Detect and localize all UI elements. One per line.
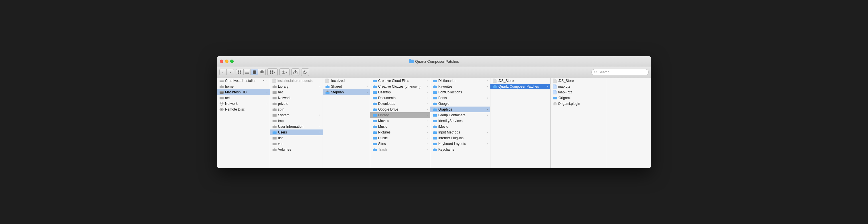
list-item[interactable]: Shared ›: [323, 84, 370, 89]
list-item[interactable]: Remote Disc: [217, 107, 270, 112]
list-item[interactable]: .DS_Store: [551, 78, 606, 84]
tag-button[interactable]: [301, 68, 309, 76]
list-item[interactable]: private: [270, 101, 323, 107]
list-item[interactable]: Input Methods ›: [430, 130, 490, 135]
list-item[interactable]: Creative...d Installer ›: [217, 78, 270, 84]
qtz-file-icon: [553, 90, 557, 94]
forward-button[interactable]: ›: [227, 69, 234, 75]
list-item[interactable]: Volumes: [270, 147, 323, 152]
list-item[interactable]: FontCollections: [430, 89, 490, 95]
list-item[interactable]: Creative Clo...es (unknown) ›: [370, 84, 430, 89]
folder-icon: [219, 96, 224, 100]
list-item[interactable]: net: [217, 95, 270, 101]
list-item[interactable]: IdentityServices: [430, 118, 490, 124]
maximize-button[interactable]: [230, 60, 234, 63]
folder-icon: [272, 136, 277, 140]
list-item[interactable]: Keychains: [430, 147, 490, 152]
column-1-items: installer.failurerequests Library › net …: [270, 78, 323, 168]
view-buttons: [236, 69, 266, 75]
list-item[interactable]: Library ›: [270, 84, 323, 89]
view-cover-button[interactable]: [258, 69, 266, 75]
list-item[interactable]: Downloads ›: [370, 101, 430, 107]
list-item[interactable]: installer.failurerequests: [270, 78, 323, 84]
view-list-button[interactable]: [243, 69, 251, 75]
list-item[interactable]: User Information ›: [270, 124, 323, 130]
folder-blue-icon: [433, 119, 437, 122]
svg-rect-15: [270, 73, 271, 74]
eject-icon: [262, 80, 265, 82]
close-button[interactable]: [220, 60, 223, 63]
back-button[interactable]: ‹: [219, 69, 227, 75]
folder-icon: [272, 113, 277, 117]
svg-line-23: [596, 73, 597, 74]
folder-blue-icon: [433, 136, 437, 140]
list-item[interactable]: Group Containers ›: [430, 112, 490, 118]
list-item[interactable]: Network: [270, 95, 323, 101]
list-item[interactable]: Sites ›: [370, 141, 430, 147]
folder-icon: [272, 142, 277, 145]
list-item[interactable]: Origami: [551, 95, 606, 101]
column-0-items: Creative...d Installer › home Macintosh …: [217, 78, 270, 168]
list-item[interactable]: Public ›: [370, 135, 430, 141]
folder-icon: [325, 84, 330, 88]
folder-blue-icon: [433, 147, 437, 151]
svg-point-21: [304, 71, 305, 72]
list-item[interactable]: Creative Cloud Files ›: [370, 78, 430, 84]
list-item[interactable]: net: [270, 89, 323, 95]
list-item[interactable]: Dictionaries ›: [430, 78, 490, 84]
list-item[interactable]: usr: [270, 135, 323, 141]
folder-blue-icon: [433, 142, 437, 145]
list-item[interactable]: sbin: [270, 107, 323, 112]
list-item[interactable]: Google Drive ›: [370, 107, 430, 112]
list-item[interactable]: iMovie: [430, 124, 490, 130]
list-item[interactable]: Macintosh HD ›: [217, 89, 270, 95]
minimize-button[interactable]: [225, 60, 228, 63]
list-item[interactable]: Library ›: [370, 112, 430, 118]
list-item[interactable]: .DS_Store: [490, 78, 550, 84]
list-item[interactable]: home: [217, 84, 270, 89]
list-item[interactable]: System ›: [270, 112, 323, 118]
list-item[interactable]: Users ›: [270, 130, 323, 135]
list-item[interactable]: Origami.plugin: [551, 101, 606, 107]
list-item[interactable]: Favorites ›: [430, 84, 490, 89]
folder-blue-icon: [372, 113, 377, 117]
list-item[interactable]: .localized: [323, 78, 370, 84]
drive-icon: [219, 79, 224, 83]
column-2: .localized Shared › Stephan ›: [323, 78, 370, 168]
action-button[interactable]: ▾: [279, 68, 290, 76]
list-item[interactable]: Quartz Composer Patches ›: [490, 84, 550, 89]
view-columns-button[interactable]: [251, 69, 258, 75]
folder-blue-icon: [433, 96, 437, 100]
list-item[interactable]: Movies ›: [370, 118, 430, 124]
list-item[interactable]: Keyboard Layouts ›: [430, 141, 490, 147]
folder-blue-icon: [433, 102, 437, 105]
list-item[interactable]: Graphics ›: [430, 107, 490, 112]
file-icon: [493, 79, 497, 83]
list-item[interactable]: Desktop ›: [370, 89, 430, 95]
search-box[interactable]: Search: [591, 69, 649, 75]
svg-rect-13: [270, 71, 271, 72]
list-item[interactable]: map~.qtz: [551, 89, 606, 95]
list-item[interactable]: Stephan ›: [323, 89, 370, 95]
folder-icon: [272, 90, 277, 94]
column-5-items: .DS_Store Quartz Composer Patches ›: [490, 78, 550, 168]
list-item[interactable]: Music ›: [370, 124, 430, 130]
list-item[interactable]: var: [270, 141, 323, 147]
svg-point-31: [223, 92, 223, 93]
arrange-button[interactable]: ▾: [268, 68, 278, 76]
list-item[interactable]: Network ›: [217, 101, 270, 107]
list-item[interactable]: Fonts ›: [430, 95, 490, 101]
list-item[interactable]: Documents ›: [370, 95, 430, 101]
svg-point-20: [283, 73, 284, 74]
column-4-items: Dictionaries › Favorites › FontCollectio…: [430, 78, 490, 168]
share-button[interactable]: [291, 68, 300, 76]
network-icon: [219, 102, 224, 106]
view-icon-button[interactable]: [236, 69, 243, 75]
list-item[interactable]: map.qtz: [551, 84, 606, 89]
list-item[interactable]: Internet Plug-Ins: [430, 135, 490, 141]
list-item[interactable]: Google: [430, 101, 490, 107]
list-item[interactable]: tmp: [270, 118, 323, 124]
list-item[interactable]: Trash ›: [370, 147, 430, 152]
plugin-file-icon: [553, 102, 557, 106]
list-item[interactable]: Pictures ›: [370, 130, 430, 135]
